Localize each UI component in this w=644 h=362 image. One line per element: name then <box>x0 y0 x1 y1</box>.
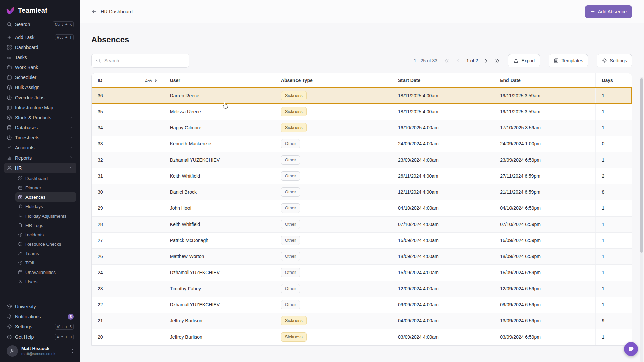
column-header-end-date[interactable]: End Date <box>494 73 596 87</box>
search-input[interactable] <box>104 58 185 63</box>
absence-row[interactable]: 21Jeffrey BurlisonSickness04/09/2024 4:0… <box>92 313 632 329</box>
column-header-id[interactable]: ID Z-A <box>92 73 164 87</box>
export-button[interactable]: Export <box>508 54 540 67</box>
sidebar-item-accounts[interactable]: Accounts <box>4 143 76 153</box>
more-options-icon[interactable] <box>70 348 75 354</box>
last-page-button[interactable] <box>494 57 501 64</box>
sidebar-item-dashboard[interactable]: Dashboard <box>4 42 76 52</box>
sidebar-item-label: HR Logs <box>25 223 43 228</box>
scrollbar-thumb[interactable] <box>640 78 643 253</box>
add-absence-button[interactable]: Add Absence <box>585 5 632 18</box>
sidebar-item-scheduler[interactable]: Scheduler <box>4 72 76 82</box>
prev-page-button[interactable] <box>454 57 462 64</box>
cell-absence-type: Sickness <box>275 87 392 104</box>
sidebar-item-hr-logs[interactable]: HR Logs <box>15 221 76 230</box>
sidebar-item-hr-absences[interactable]: Absences <box>15 192 76 202</box>
absences-table: ID Z-A User Absence Type Start Date <box>92 73 632 345</box>
column-header-absence-type[interactable]: Absence Type <box>275 73 392 87</box>
absence-row[interactable]: 22Dzhamal YUZEKCHIEVOther09/09/2024 4:00… <box>92 297 632 313</box>
back-button[interactable]: HR Dashboard <box>91 9 133 15</box>
cell-start-date: 04/09/2024 4:00am <box>392 313 494 329</box>
absence-row[interactable]: 24Dzhamal YUZEKCHIEVOther16/09/2024 4:00… <box>92 264 632 281</box>
user-card[interactable]: Matt Hiscock matt@senses.co.uk <box>4 342 76 360</box>
absence-row[interactable]: 31Keith WhitfieldOther26/11/2024 4:00am2… <box>92 168 632 184</box>
sidebar-item-databases[interactable]: Databases <box>4 123 76 133</box>
settings-label: Settings <box>610 58 627 63</box>
absence-type-badge: Other <box>281 284 300 293</box>
absence-row[interactable]: 26Matthew WortonOther18/09/2024 4:00am18… <box>92 248 632 264</box>
sidebar-item-hr-unavailabilities[interactable]: Unavailabilities <box>15 267 76 277</box>
absence-row[interactable]: 34Happy GilmoreSickness16/10/2025 4:00am… <box>92 120 632 136</box>
sidebar-item-tasks[interactable]: Tasks <box>4 52 76 62</box>
search-icon <box>7 22 12 27</box>
cell-end-date: 19/11/2025 3:59am <box>494 87 596 104</box>
sidebar-item-add-task[interactable]: Add TaskAlt + T <box>4 32 76 42</box>
absence-row[interactable]: 27Patrick McDonaghOther16/09/2024 4:00am… <box>92 232 632 248</box>
cell-end-date: 07/10/2024 6:59pm <box>494 216 596 232</box>
toolbar-actions: 1 - 25 of 33 1 of 2 Export Templates <box>414 54 632 67</box>
sidebar-item-hr-teams[interactable]: Teams <box>15 249 76 258</box>
sidebar-item-hr-dashboard[interactable]: Dashboard <box>15 174 76 183</box>
sidebar-item-university[interactable]: University <box>4 302 76 312</box>
table-search-box[interactable] <box>91 54 189 68</box>
sidebar-item-hr-planner[interactable]: Planner <box>15 183 76 192</box>
sidebar-item-hr-holiday-adjustments[interactable]: Holiday Adjustments <box>15 211 76 221</box>
next-page-button[interactable] <box>483 57 490 64</box>
sort-indicator[interactable]: Z-A <box>145 78 158 83</box>
absence-row[interactable]: 29John HoofOther04/10/2024 4:00am04/10/2… <box>92 200 632 216</box>
export-label: Export <box>521 58 535 63</box>
absence-row[interactable]: 33Kenneth MackenzieOther24/09/2024 4:00a… <box>92 136 632 152</box>
sidebar-item-hr-resource-checks[interactable]: Resource Checks <box>15 239 76 249</box>
sidebar-item-work-bank[interactable]: Work Bank <box>4 62 76 72</box>
sidebar-item-infrastructure-map[interactable]: Infrastructure Map <box>4 103 76 113</box>
column-header-start-date[interactable]: Start Date <box>392 73 494 87</box>
first-page-button[interactable] <box>443 57 450 64</box>
sidebar-item-stock-products[interactable]: Stock & Products <box>4 113 76 123</box>
cell-start-date: 16/09/2024 4:00am <box>392 232 494 248</box>
absence-type-badge: Other <box>281 155 300 165</box>
absence-row[interactable]: 28Keith WhitfieldOther07/10/2024 4:00am0… <box>92 216 632 232</box>
sidebar-item-label: Teams <box>25 251 39 256</box>
templates-button[interactable]: Templates <box>549 54 588 67</box>
sidebar-item-hr-users[interactable]: Users <box>15 277 76 286</box>
absence-type-badge: Sickness <box>281 332 307 342</box>
vertical-scrollbar[interactable] <box>640 77 643 362</box>
sidebar-item-reports[interactable]: Reports <box>4 153 76 163</box>
sidebar-item-timesheets[interactable]: Timesheets <box>4 133 76 143</box>
absence-row[interactable]: 32Dzhamal YUZEKCHIEVOther23/09/2024 4:00… <box>92 152 632 168</box>
sidebar-item-hr-toil[interactable]: TOIL <box>15 258 76 267</box>
cell-start-date: 12/09/2024 4:00am <box>392 281 494 297</box>
box-icon <box>7 115 12 120</box>
users-icon <box>7 165 12 171</box>
shortcut-badge: Alt + S <box>55 324 74 330</box>
cell-days: 1 <box>596 281 632 297</box>
column-header-days[interactable]: Days <box>596 73 632 87</box>
cell-days: 1 <box>596 297 632 313</box>
absence-row[interactable]: 20Jeffrey BurlisonSickness03/09/2024 4:0… <box>92 329 632 345</box>
sidebar-item-hr-holidays[interactable]: Holidays <box>15 202 76 211</box>
sidebar-item-label: Tasks <box>15 55 74 60</box>
sidebar-item-notifications[interactable]: Notifications5 <box>4 312 76 322</box>
absence-type-badge: Other <box>281 139 300 148</box>
sidebar-item-label: Bulk Assign <box>15 85 74 90</box>
absence-row[interactable]: 35Melissa ReeceSickness18/11/2025 4:00am… <box>92 104 632 120</box>
sidebar-item-overdue-jobs[interactable]: Overdue Jobs <box>4 93 76 103</box>
chat-fab-button[interactable] <box>624 342 638 356</box>
sidebar-item-label: Users <box>25 279 37 284</box>
sidebar-item-hr-incidents[interactable]: Incidents <box>15 230 76 239</box>
absence-row[interactable]: 30Daniel BrockOther12/11/2024 4:00am21/1… <box>92 184 632 200</box>
table-header-row: ID Z-A User Absence Type Start Date <box>92 73 632 87</box>
table-settings-button[interactable]: Settings <box>597 54 632 67</box>
sidebar-search[interactable]: Search Ctrl + K <box>4 19 76 29</box>
sidebar-item-label: Holidays <box>25 204 43 209</box>
absence-row[interactable]: 23Timothy FaheyOther12/09/2024 4:00am12/… <box>92 281 632 297</box>
help-icon <box>7 334 12 340</box>
absence-row[interactable]: 36Darren ReeceSickness18/11/2025 4:00am1… <box>92 87 632 104</box>
sidebar-item-settings[interactable]: SettingsAlt + S <box>4 322 76 332</box>
sidebar-item-hr[interactable]: HR <box>4 163 76 173</box>
sidebar-item-get-help[interactable]: Get HelpAlt + H <box>4 332 76 342</box>
sidebar-item-label: Timesheets <box>15 135 66 140</box>
column-header-user[interactable]: User <box>164 73 275 87</box>
sidebar-item-bulk-assign[interactable]: Bulk Assign <box>4 82 76 93</box>
cell-user: John Hoof <box>164 200 275 216</box>
